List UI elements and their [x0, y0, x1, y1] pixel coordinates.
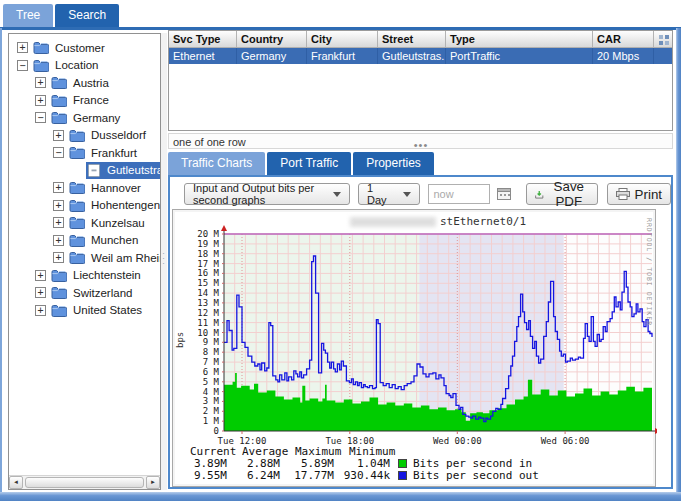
- expand-icon[interactable]: +: [35, 270, 46, 281]
- collapse-icon[interactable]: −: [17, 60, 28, 71]
- horizontal-splitter-handle[interactable]: •••: [412, 144, 430, 149]
- tree-node-gutleutstrasse[interactable]: Gutleutstrasse: [9, 162, 160, 180]
- column-header-street[interactable]: Street: [378, 31, 446, 47]
- window-frame-right: [676, 28, 681, 501]
- expand-icon[interactable]: +: [53, 252, 64, 263]
- calendar-icon[interactable]: [497, 187, 512, 202]
- folder-icon: [69, 146, 85, 159]
- tab-port-traffic[interactable]: Port Traffic: [267, 152, 351, 175]
- tree-node-france[interactable]: +France: [9, 92, 160, 110]
- tree-node-body[interactable]: France: [50, 92, 160, 109]
- tree-node-label: Hannover: [91, 182, 141, 194]
- tree-node-austria[interactable]: +Austria: [9, 74, 160, 92]
- tab-properties[interactable]: Properties: [353, 152, 434, 175]
- collapse-icon[interactable]: −: [53, 147, 64, 158]
- rrdtool-watermark: RRDTOOL / TOBI OETIKER: [645, 218, 653, 326]
- svg-text:9 M: 9 M: [203, 337, 220, 347]
- tree-node-germany[interactable]: −Germany: [9, 109, 160, 127]
- tree-node-hannover[interactable]: +Hannover: [9, 179, 160, 197]
- expand-icon[interactable]: +: [35, 287, 46, 298]
- table-row[interactable]: EthernetGermanyFrankfurtGutleutstras...P…: [169, 48, 672, 64]
- tree-node-location[interactable]: −Location: [9, 57, 160, 75]
- cell-street: Gutleutstras...: [378, 48, 446, 64]
- expand-icon[interactable]: +: [35, 305, 46, 316]
- tree-node-label: Hohentengen: [91, 199, 160, 211]
- column-header-car[interactable]: CAR: [593, 31, 654, 47]
- expand-icon[interactable]: +: [53, 235, 64, 246]
- tree-node-label: France: [73, 94, 109, 106]
- svg-text:4 M: 4 M: [203, 387, 220, 397]
- column-header-type[interactable]: Type: [446, 31, 593, 47]
- traffic-graph-container: stEthernet0/1 RRDTOOL / TOBI OETIKER bps…: [172, 209, 656, 487]
- tree-node-body[interactable]: Weil am Rhein: [68, 249, 160, 266]
- tree-node-body[interactable]: Hohentengen: [68, 197, 160, 214]
- collapse-icon[interactable]: −: [35, 112, 46, 123]
- legend-value: 17.77M: [280, 470, 334, 482]
- legend-row: 9.55M6.24M17.77M930.44kBits per second o…: [190, 470, 539, 482]
- column-header-svc-type[interactable]: Svc Type: [169, 31, 237, 47]
- tree-node-customer[interactable]: +Customer: [9, 39, 160, 57]
- tree-node-munchen[interactable]: +Munchen: [9, 232, 160, 250]
- panel-splitter[interactable]: ···: [161, 33, 167, 490]
- column-chooser-icon[interactable]: [658, 34, 670, 46]
- expand-icon[interactable]: +: [35, 95, 46, 106]
- expand-icon[interactable]: +: [35, 77, 46, 88]
- y-axis-label: bps: [175, 332, 185, 348]
- tree-node-frankfurt[interactable]: −Frankfurt: [9, 144, 160, 162]
- expand-icon[interactable]: +: [53, 130, 64, 141]
- tree-node-body[interactable]: Hannover: [68, 179, 160, 196]
- print-button[interactable]: Print: [607, 183, 671, 205]
- tree-node-body[interactable]: Munchen: [68, 232, 160, 249]
- time-input[interactable]: [428, 184, 490, 204]
- column-header-city[interactable]: City: [307, 31, 378, 47]
- tree-node-dusseldorf[interactable]: +Dusseldorf: [9, 127, 160, 145]
- scrollbar-thumb[interactable]: [25, 477, 144, 488]
- scroll-left-arrow-icon[interactable]: ◄: [9, 476, 23, 489]
- tree-node-body[interactable]: Location: [32, 57, 160, 74]
- tree-node-body[interactable]: Dusseldorf: [68, 127, 160, 144]
- expand-icon[interactable]: +: [53, 217, 64, 228]
- tree-node-united-states[interactable]: +United States: [9, 302, 160, 320]
- save-pdf-button[interactable]: Save PDF: [526, 183, 597, 205]
- column-header-country[interactable]: Country: [237, 31, 307, 47]
- tab-tree[interactable]: Tree: [3, 4, 53, 27]
- tree-node-liechtenstein[interactable]: +Liechtenstein: [9, 267, 160, 285]
- printer-icon: [616, 188, 630, 200]
- tree-node-body[interactable]: Kunzelsau: [68, 214, 160, 231]
- expand-icon[interactable]: +: [53, 200, 64, 211]
- legend-swatch-icon: [398, 471, 407, 480]
- tree-node-body[interactable]: Austria: [50, 74, 160, 91]
- expand-icon[interactable]: +: [53, 182, 64, 193]
- tree-node-label: United States: [73, 304, 142, 316]
- tree-node-body[interactable]: Liechtenstein: [50, 267, 160, 284]
- tree-node-body[interactable]: Customer: [32, 39, 160, 56]
- scroll-right-arrow-icon[interactable]: ►: [146, 476, 160, 489]
- save-pdf-label: Save PDF: [549, 179, 589, 209]
- tree-node-switzerland[interactable]: +Switzerland: [9, 284, 160, 302]
- tree-node-label: Weil am Rhein: [91, 252, 160, 264]
- tree-node-label: Kunzelsau: [91, 217, 145, 229]
- tree-horizontal-scrollbar[interactable]: ◄ ►: [9, 475, 160, 489]
- row-count-text: one of one row: [173, 136, 246, 148]
- cell-filler: [654, 48, 672, 64]
- period-select[interactable]: 1 Day: [358, 183, 421, 205]
- tree-node-body[interactable]: Gutleutstrasse: [86, 162, 160, 179]
- tree-node-body[interactable]: Germany: [50, 109, 160, 126]
- splitter-grip-icon[interactable]: ···: [162, 251, 165, 269]
- tree-node-body[interactable]: United States: [50, 302, 160, 319]
- tree-node-hohentengen[interactable]: +Hohentengen: [9, 197, 160, 215]
- grid-header-tools[interactable]: [654, 31, 672, 47]
- results-grid: Svc TypeCountryCityStreetTypeCAR Etherne…: [168, 30, 673, 131]
- chevron-down-icon: [333, 192, 341, 197]
- tree-node-body[interactable]: Frankfurt: [68, 144, 160, 161]
- tree-node-kunzelsau[interactable]: +Kunzelsau: [9, 214, 160, 232]
- graph-legend: CurrentAverageMaximumMinimum3.89M2.88M5.…: [190, 446, 539, 482]
- tree-node-body[interactable]: Switzerland: [50, 284, 160, 301]
- expand-icon[interactable]: +: [17, 42, 28, 53]
- window-frame-left: [0, 28, 2, 501]
- graph-type-select[interactable]: Input and Output bits per second graphs: [184, 183, 350, 205]
- tab-traffic-charts[interactable]: Traffic Charts: [168, 152, 265, 175]
- tab-search[interactable]: Search: [55, 4, 119, 27]
- svg-text:1 M: 1 M: [203, 416, 220, 426]
- tree-node-weil-am-rhein[interactable]: +Weil am Rhein: [9, 249, 160, 267]
